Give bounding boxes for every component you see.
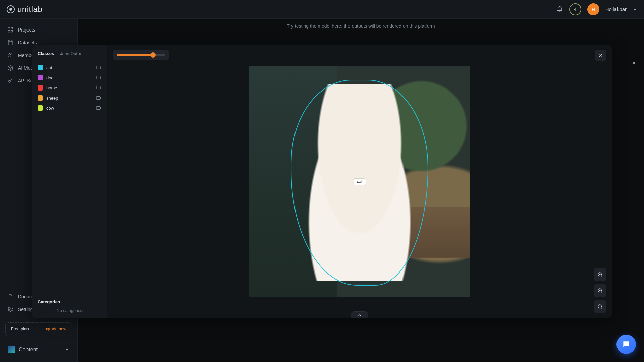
- zoom-in-button[interactable]: [594, 268, 606, 281]
- brand-logo-icon: [7, 5, 15, 13]
- notifications-icon[interactable]: [556, 6, 563, 13]
- zoom-out-button[interactable]: [594, 284, 606, 297]
- notification-count: 4: [574, 7, 576, 12]
- polygon-icon: [96, 75, 102, 81]
- plan-box: Free plan Upgrade now: [5, 322, 72, 336]
- panel-dismiss-button[interactable]: [630, 59, 638, 67]
- brand-name: unitlab: [17, 5, 42, 14]
- viewer-sidebar: Classes Json Output catdoghorsesheepcow …: [32, 45, 107, 318]
- class-swatch: [38, 95, 43, 101]
- class-label: dog: [46, 75, 54, 80]
- workspace-picker[interactable]: Content: [5, 343, 73, 356]
- class-row-horse[interactable]: horse: [36, 83, 104, 93]
- tab-json-output[interactable]: Json Output: [60, 51, 84, 58]
- cylinder-icon: [7, 40, 13, 46]
- svg-rect-2: [8, 31, 10, 32]
- plan-name: Free plan: [11, 327, 29, 331]
- categories-empty: No categories: [38, 308, 102, 313]
- detection-label: cat: [354, 179, 366, 185]
- chat-fab[interactable]: [616, 335, 636, 354]
- class-swatch: [38, 75, 43, 80]
- polygon-icon: [96, 105, 102, 111]
- app-header: unitlab 4 H Hojiakbar: [0, 0, 644, 19]
- class-label: sheep: [46, 96, 58, 101]
- svg-point-5: [9, 53, 10, 55]
- sidebar-item-label: Projects: [18, 27, 35, 33]
- svg-point-11: [598, 305, 602, 308]
- upgrade-link[interactable]: Upgrade now: [42, 327, 66, 331]
- svg-point-4: [8, 40, 12, 42]
- slider-fill: [117, 54, 153, 56]
- slider-track: [117, 54, 165, 56]
- model-test-hint: Try testing the model here; the outputs …: [78, 19, 644, 39]
- class-label: cat: [46, 65, 52, 70]
- zoom-tools: [594, 268, 606, 313]
- polygon-icon: [96, 85, 102, 91]
- svg-point-8: [10, 309, 11, 310]
- categories-section: Categories No categories: [32, 294, 107, 318]
- class-label: horse: [46, 85, 57, 90]
- brand[interactable]: unitlab: [7, 5, 42, 14]
- slider-thumb[interactable]: [150, 52, 156, 58]
- gear-icon: [7, 306, 13, 312]
- sidebar-item-projects[interactable]: Projects: [0, 23, 77, 36]
- grid-icon: [7, 27, 13, 33]
- close-button[interactable]: [595, 50, 606, 61]
- viewer-canvas: cat: [107, 45, 612, 318]
- class-swatch: [38, 65, 43, 70]
- box-icon: [7, 65, 13, 71]
- svg-point-7: [8, 80, 10, 82]
- svg-rect-3: [11, 31, 13, 32]
- user-name: Hojiakbar: [605, 6, 627, 12]
- class-list: catdoghorsesheepcow: [32, 61, 107, 294]
- avatar-initial: H: [592, 7, 595, 12]
- class-row-sheep[interactable]: sheep: [36, 93, 104, 103]
- polygon-icon: [96, 95, 102, 101]
- users-icon: [7, 52, 13, 58]
- sidebar-item-label: Datasets: [18, 40, 37, 45]
- tab-classes[interactable]: Classes: [38, 51, 54, 58]
- doc-icon: [7, 294, 13, 300]
- key-icon: [7, 78, 13, 84]
- notification-count-badge[interactable]: 4: [569, 3, 581, 15]
- class-label: cow: [46, 106, 54, 111]
- header-right: 4 H Hojiakbar: [556, 3, 637, 15]
- class-row-dog[interactable]: dog: [36, 73, 104, 83]
- bottom-drawer-handle[interactable]: [351, 311, 368, 318]
- viewer-tabs: Classes Json Output: [32, 45, 107, 61]
- class-row-cat[interactable]: cat: [36, 63, 104, 73]
- svg-rect-1: [11, 27, 13, 29]
- image-stage[interactable]: cat: [249, 66, 470, 297]
- chevron-up-icon: [65, 347, 69, 352]
- categories-title: Categories: [38, 299, 102, 304]
- class-row-cow[interactable]: cow: [36, 103, 104, 113]
- zoom-fit-button[interactable]: [594, 300, 606, 313]
- opacity-slider[interactable]: [113, 50, 169, 60]
- workspace-label: Content: [19, 347, 61, 353]
- chevron-down-icon[interactable]: [633, 7, 637, 12]
- class-swatch: [38, 85, 43, 90]
- workspace-glyph-icon: [8, 346, 15, 353]
- svg-point-6: [11, 54, 12, 55]
- svg-rect-0: [8, 27, 10, 29]
- class-swatch: [38, 105, 43, 111]
- polygon-icon: [96, 65, 102, 71]
- result-viewer: Classes Json Output catdoghorsesheepcow …: [32, 45, 612, 318]
- avatar[interactable]: H: [587, 3, 599, 15]
